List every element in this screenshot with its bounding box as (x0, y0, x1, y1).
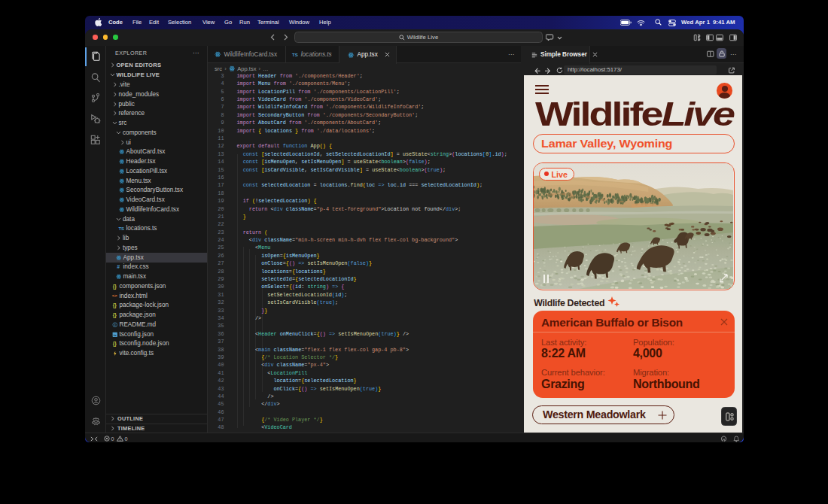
svg-text:ts: ts (113, 332, 116, 336)
